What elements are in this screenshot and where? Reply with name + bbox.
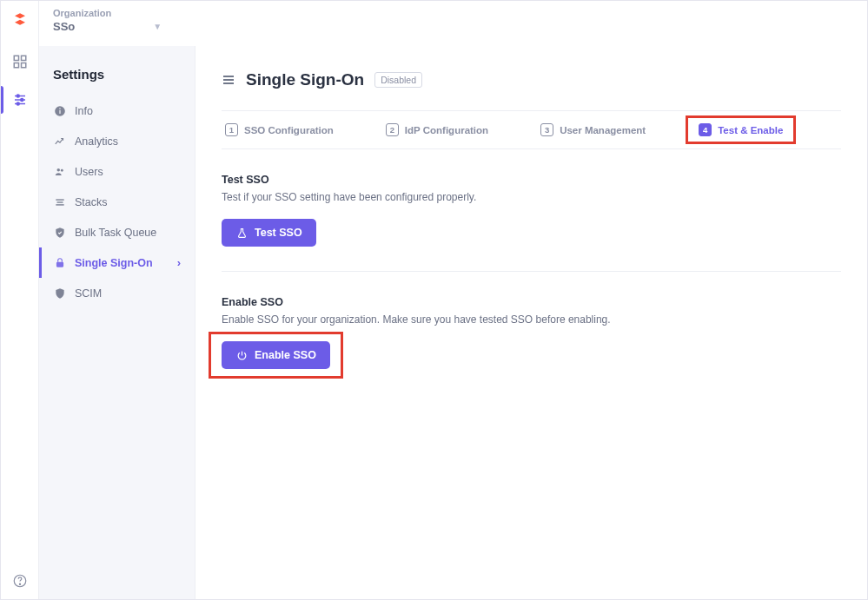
nav-rail <box>1 1 39 599</box>
sidebar-item-label: Bulk Task Queue <box>75 227 156 239</box>
sidebar-item-analytics[interactable]: Analytics <box>39 126 195 156</box>
section-heading: Enable SSO <box>222 296 841 308</box>
tab-label: Test & Enable <box>718 125 783 135</box>
shield-check-icon <box>53 226 66 239</box>
tab-number: 1 <box>225 123 238 136</box>
test-sso-button[interactable]: Test SSO <box>222 219 316 247</box>
status-badge: Disabled <box>374 72 422 88</box>
svg-rect-3 <box>21 63 25 68</box>
svg-rect-1 <box>21 56 25 60</box>
tabs-bar: 1 SSO Configuration 2 IdP Configuration … <box>222 110 841 149</box>
analytics-icon <box>53 135 66 148</box>
button-label: Test SSO <box>255 227 302 239</box>
svg-point-11 <box>19 584 20 584</box>
sidebar-item-bulk-task-queue[interactable]: Bulk Task Queue <box>39 217 195 247</box>
svg-point-16 <box>60 168 63 171</box>
enable-sso-section: Enable SSO Enable SSO for your organizat… <box>222 296 841 369</box>
sidebar-item-label: Info <box>75 105 93 117</box>
sidebar-item-label: Single Sign-On <box>75 257 153 269</box>
page-title: Single Sign-On <box>246 70 364 89</box>
button-label: Enable SSO <box>255 349 316 361</box>
org-selector[interactable]: SSo ▼ <box>53 20 853 33</box>
svg-rect-2 <box>14 63 18 68</box>
help-icon[interactable] <box>12 573 28 589</box>
info-icon <box>53 104 66 117</box>
logo-icon <box>12 11 28 27</box>
tab-number: 4 <box>699 123 712 136</box>
users-icon <box>53 165 66 178</box>
highlight-annotation-enable: Enable SSO <box>209 332 343 379</box>
highlight-annotation-tab: 4 Test & Enable <box>686 115 796 144</box>
svg-point-14 <box>59 108 61 109</box>
org-bar: Organization SSo ▼ <box>39 1 867 46</box>
tab-label: User Management <box>560 125 646 135</box>
menu-icon[interactable] <box>222 73 235 87</box>
page-header: Single Sign-On Disabled <box>222 70 841 89</box>
tab-user-management[interactable]: 3 User Management <box>540 123 646 136</box>
tab-idp-configuration[interactable]: 2 IdP Configuration <box>386 123 488 136</box>
org-value: SSo <box>53 20 75 33</box>
tab-test-and-enable[interactable]: 4 Test & Enable <box>699 123 783 136</box>
tab-number: 3 <box>540 123 553 136</box>
lock-icon <box>53 256 66 269</box>
section-heading: Test SSO <box>222 174 841 186</box>
caret-down-icon: ▼ <box>153 22 162 31</box>
sidebar-item-label: SCIM <box>75 287 102 300</box>
tab-sso-configuration[interactable]: 1 SSO Configuration <box>225 123 334 136</box>
svg-point-8 <box>20 99 23 102</box>
dashboard-icon[interactable] <box>10 51 30 72</box>
divider <box>222 271 841 272</box>
svg-point-15 <box>56 168 60 171</box>
sidebar-item-scim[interactable]: SCIM <box>39 278 195 308</box>
settings-icon[interactable] <box>10 89 30 110</box>
svg-rect-0 <box>14 56 18 60</box>
main-column: Organization SSo ▼ Settings Info <box>39 1 867 599</box>
settings-sidebar: Settings Info Analytics <box>39 46 195 599</box>
org-label: Organization <box>53 8 853 18</box>
sidebar-item-sso[interactable]: Single Sign-On › <box>39 247 195 278</box>
app-frame: Organization SSo ▼ Settings Info <box>0 0 868 600</box>
body-row: Settings Info Analytics <box>39 46 867 599</box>
sidebar-item-label: Users <box>75 166 103 178</box>
svg-rect-20 <box>56 261 63 267</box>
enable-sso-button[interactable]: Enable SSO <box>222 341 330 369</box>
tab-number: 2 <box>386 123 399 136</box>
sidebar-item-stacks[interactable]: Stacks <box>39 187 195 217</box>
test-sso-section: Test SSO Test if your SSO setting have b… <box>222 174 841 247</box>
chevron-right-icon: › <box>177 256 181 269</box>
sidebar-item-label: Analytics <box>75 135 118 148</box>
sidebar-title: Settings <box>39 67 195 96</box>
tab-label: SSO Configuration <box>244 125 334 135</box>
flask-icon <box>235 227 248 239</box>
sidebar-item-users[interactable]: Users <box>39 156 195 187</box>
svg-point-9 <box>17 102 19 105</box>
tab-label: IdP Configuration <box>405 125 488 135</box>
section-description: Test if your SSO setting have been confi… <box>222 191 841 203</box>
section-description: Enable SSO for your organization. Make s… <box>222 313 841 326</box>
power-icon <box>235 349 248 361</box>
svg-point-7 <box>17 95 19 97</box>
sidebar-item-label: Stacks <box>75 196 108 208</box>
content-area: Single Sign-On Disabled 1 SSO Configurat… <box>195 46 867 599</box>
shield-icon <box>53 287 66 300</box>
svg-rect-13 <box>59 109 60 113</box>
sidebar-item-info[interactable]: Info <box>39 96 195 126</box>
stacks-icon <box>53 195 66 208</box>
